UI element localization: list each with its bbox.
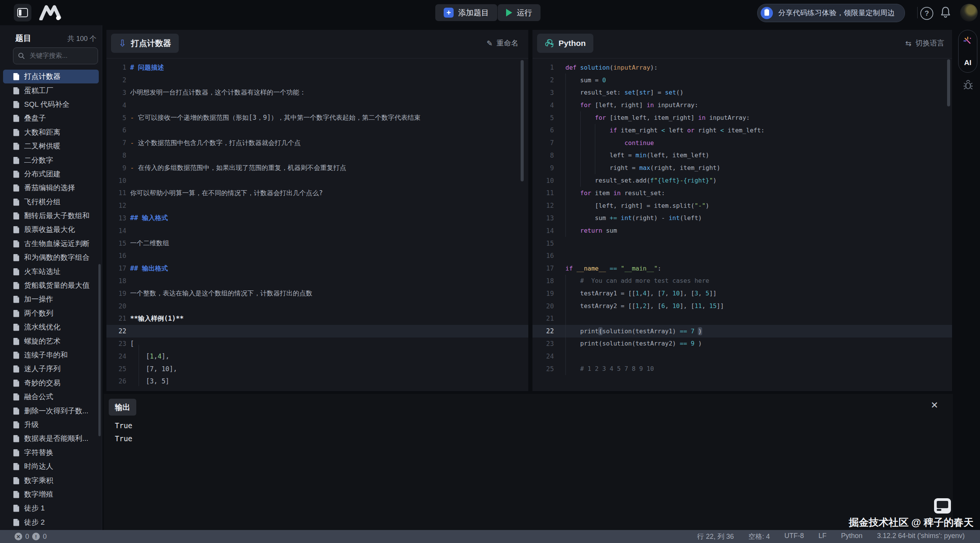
sidebar-item[interactable]: 两个数列 [3,307,99,320]
search-box[interactable] [13,47,98,64]
editor-line[interactable]: 24 [532,350,952,362]
editor-line[interactable]: 18 # You can add more test cases here [532,275,952,287]
sidebar-item[interactable]: 飞行棋分组 [3,195,99,209]
sidebar-item[interactable]: 升级 [3,418,99,432]
run-button[interactable]: 运行 [498,4,541,21]
editor-line[interactable]: 17## 输出格式 [106,262,528,275]
editor-line[interactable]: 10 [106,174,528,187]
statusbar-item[interactable]: LF [818,532,826,541]
editor-line[interactable]: 19一个整数，表达在输入是这个数组的情况下，计数器打出的点数 [106,287,528,300]
output-tab[interactable]: 输出 [109,399,136,416]
sidebar-toggle-button[interactable] [14,4,31,21]
sidebar-item[interactable]: 股票收益最大化 [3,223,99,236]
problems-summary[interactable]: ✕ 0 ! 0 [15,533,47,541]
sidebar-scrollbar[interactable] [98,264,101,436]
editor-line[interactable]: 25 [7, 10], [106,362,528,375]
editor-line[interactable]: 13 sum += int(right) - int(left) [532,212,952,225]
editor-line[interactable]: 17if __name__ == "__main__": [532,262,952,275]
debug-button[interactable] [963,80,973,90]
sidebar-item[interactable]: 数据表是否能顺利... [3,432,99,445]
sidebar-item[interactable]: 打点计数器 [3,70,99,83]
sidebar-item[interactable]: 数字乘积 [3,473,99,487]
editor-line[interactable]: 22 [106,325,528,338]
markdown-editor[interactable]: 1# 问题描述23小明想发明一台打点计数器，这个计数器有这样的一个功能：45- … [106,58,528,391]
sidebar-item[interactable]: 翻转后最大子数组和 [3,209,99,223]
editor-line[interactable]: 1def solution(inputArray): [532,61,952,74]
avatar[interactable] [960,4,978,21]
sidebar-item[interactable]: 徒步 2 [3,515,99,529]
editor-line[interactable]: 10 result_set.add(f"{left}-{right}") [532,174,952,187]
statusbar-item[interactable]: UTF-8 [784,532,804,541]
code-editor-scrollbar[interactable] [947,59,950,106]
editor-line[interactable]: 15 [532,237,952,249]
sidebar-item[interactable]: 融合公式 [3,390,99,404]
editor-line[interactable]: 5- 它可以接收一个递增的数据范围（形如[3，9]），其中第一个数字代表起始，第… [106,111,528,124]
sidebar-item[interactable]: 字符替换 [3,446,99,460]
close-output-button[interactable]: ✕ [931,400,938,411]
editor-line[interactable]: 24 [1,4], [106,350,528,362]
sidebar-item[interactable]: 数字增殖 [3,488,99,501]
editor-line[interactable]: 13## 输入格式 [106,212,528,225]
sidebar-item[interactable]: 分布式团建 [3,167,99,181]
editor-line[interactable]: 11 for item in result_set: [532,187,952,199]
promo-banner[interactable]: 分享代码练习体验，领限量定制周边 [757,4,905,22]
editor-line[interactable]: 9 right = max(right, item_right) [532,161,952,174]
sidebar-item[interactable]: 徒步 1 [3,501,99,515]
editor-line[interactable]: 3 result_set: set[str] = set() [532,86,952,99]
sidebar-item[interactable]: 二分数字 [3,153,99,167]
sidebar-item[interactable]: 连续子串的和 [3,348,99,362]
ai-assistant-button[interactable]: AI [958,30,977,73]
add-problem-button[interactable]: + 添加题目 [435,4,497,21]
editor-line[interactable]: 20 [106,300,528,312]
panel-layout-float-icon[interactable] [934,498,951,514]
editor-line[interactable]: 16 [532,249,952,262]
editor-line[interactable]: 14 [106,224,528,237]
sidebar-item[interactable]: 奇妙的交易 [3,376,99,390]
editor-line[interactable]: 22 print(solution(testArray1) == 7 ) [532,325,952,338]
editor-line[interactable]: 23 print(solution(testArray2) == 9 ) [532,338,952,350]
code-editor[interactable]: 1def solution(inputArray):2 sum = 03 res… [532,58,952,391]
editor-line[interactable]: 6 [106,124,528,137]
editor-line[interactable]: 23[ [106,338,528,350]
editor-line[interactable]: 14 return sum [532,224,952,237]
editor-line[interactable]: 19 testArray1 = [[1,4], [7, 10], [3, 5]] [532,287,952,300]
sidebar-item[interactable]: 火车站选址 [3,264,99,278]
editor-line[interactable]: 2 [106,74,528,86]
sidebar-item[interactable]: SQL 代码补全 [3,98,99,111]
sidebar-item[interactable]: 加一操作 [3,292,99,306]
editor-line[interactable]: 8 left = min(left, item_left) [532,149,952,162]
markdown-editor-scrollbar[interactable] [521,60,524,181]
sidebar-item[interactable]: 番茄编辑的选择 [3,181,99,195]
sidebar-item[interactable]: 流水线优化 [3,320,99,334]
editor-line[interactable]: 2 sum = 0 [532,74,952,86]
editor-line[interactable]: 4 [106,99,528,111]
editor-line[interactable]: 16 [106,249,528,262]
search-input[interactable] [29,52,91,60]
language-tab[interactable]: Python [537,34,593,53]
editor-line[interactable]: 26 [3, 5] [106,375,528,388]
sidebar-item[interactable]: 删除一次得到子数... [3,404,99,417]
editor-line[interactable]: 18 [106,275,528,287]
app-logo[interactable] [39,5,61,20]
rename-button[interactable]: ✎ 重命名 [487,38,518,48]
editor-line[interactable]: 21**输入样例(1)** [106,312,528,325]
editor-line[interactable]: 6 if item_right < left or right < item_l… [532,124,952,137]
statusbar-item[interactable]: 空格: 4 [748,532,770,541]
sidebar-item[interactable]: 二叉树供暖 [3,139,99,153]
statusbar-item[interactable]: Python [841,532,862,541]
sidebar-item[interactable]: 古生物血缘远近判断 [3,237,99,251]
sidebar-item[interactable]: 和为偶数的数字组合 [3,251,99,264]
editor-line[interactable]: 9- 在传入的多组数据范围中，如果出现了范围的重复，机器则不会重复打点 [106,161,528,174]
sidebar-item[interactable]: 货船载货量的最大值 [3,279,99,292]
editor-line[interactable]: 7- 这个数据范围中包含几个数字，打点计数器就会打几个点 [106,137,528,149]
sidebar-item[interactable]: 时尚达人 [3,460,99,473]
editor-line[interactable]: 7 continue [532,137,952,149]
problem-tab[interactable]: ⇩ 打点计数器 [111,34,179,53]
editor-line[interactable]: 12 [106,199,528,212]
editor-line[interactable]: 8 [106,149,528,162]
editor-line[interactable]: 20 testArray2 = [[1,2], [6, 10], [11, 15… [532,300,952,312]
help-button[interactable]: ? [920,7,933,20]
notifications-button[interactable] [940,6,952,19]
sidebar-item[interactable]: 大数和距离 [3,126,99,139]
sidebar-item[interactable]: 迷人子序列 [3,362,99,376]
